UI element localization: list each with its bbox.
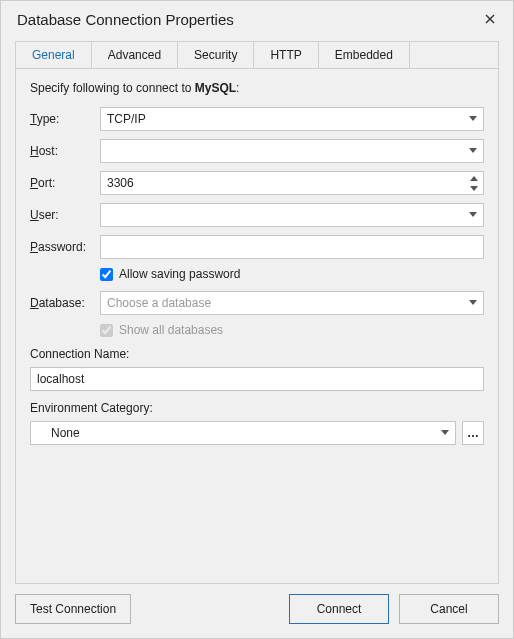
allow-saving-checkbox[interactable] [100,268,113,281]
cancel-button[interactable]: Cancel [399,594,499,624]
label-password: Password: [30,240,100,254]
chevron-down-icon [469,148,477,154]
tab-security[interactable]: Security [178,42,254,68]
footer: Test Connection Connect Cancel [1,584,513,638]
env-category-more-button[interactable]: … [462,421,484,445]
dialog-title: Database Connection Properties [17,11,479,28]
allow-saving-label: Allow saving password [119,267,240,281]
tab-row: General Advanced Security HTTP Embedded [16,42,498,69]
content: General Advanced Security HTTP Embedded … [1,33,513,584]
tab-general[interactable]: General [16,42,92,68]
env-category-value: None [51,426,80,440]
svg-marker-2 [469,116,477,121]
label-type: Type: [30,112,100,126]
tab-body-general: Specify following to connect to MySQL: T… [16,69,498,583]
show-all-row: Show all databases [100,323,484,337]
svg-marker-7 [469,300,477,305]
type-value: TCP/IP [107,112,146,126]
label-env-category: Environment Category: [30,401,484,415]
svg-marker-8 [441,430,449,435]
label-user: User: [30,208,100,222]
dialog: Database Connection Properties General A… [0,0,514,639]
intro-engine: MySQL [195,81,236,95]
chevron-down-icon [469,116,477,122]
svg-marker-3 [469,148,477,153]
tab-advanced[interactable]: Advanced [92,42,178,68]
tab-embedded[interactable]: Embedded [319,42,410,68]
allow-saving-row: Allow saving password [100,267,484,281]
spinner-up-icon[interactable] [467,173,481,183]
tab-http[interactable]: HTTP [254,42,318,68]
host-combo[interactable] [100,139,484,163]
password-input[interactable] [100,235,484,259]
titlebar: Database Connection Properties [1,1,513,33]
database-combo[interactable]: Choose a database [100,291,484,315]
intro-text: Specify following to connect to MySQL: [30,81,484,95]
label-database: Database: [30,296,100,310]
show-all-checkbox [100,324,113,337]
chevron-down-icon [469,212,477,218]
svg-marker-6 [469,212,477,217]
svg-marker-5 [470,186,478,191]
port-value: 3306 [107,176,134,190]
label-connection-name: Connection Name: [30,347,484,361]
label-port: Port: [30,176,100,190]
show-all-label: Show all databases [119,323,223,337]
chevron-down-icon [469,300,477,306]
label-host: Host: [30,144,100,158]
svg-marker-4 [470,176,478,181]
spinner-down-icon[interactable] [467,183,481,193]
chevron-down-icon [441,430,449,436]
type-combo[interactable]: TCP/IP [100,107,484,131]
connection-name-input[interactable] [30,367,484,391]
test-connection-button[interactable]: Test Connection [15,594,131,624]
connect-button[interactable]: Connect [289,594,389,624]
intro-suffix: : [236,81,239,95]
tabs-container: General Advanced Security HTTP Embedded … [15,41,499,584]
port-spinner[interactable]: 3306 [100,171,484,195]
close-icon[interactable] [479,9,501,29]
intro-prefix: Specify following to connect to [30,81,195,95]
database-placeholder: Choose a database [107,296,211,310]
env-category-select[interactable]: None [30,421,456,445]
user-combo[interactable] [100,203,484,227]
